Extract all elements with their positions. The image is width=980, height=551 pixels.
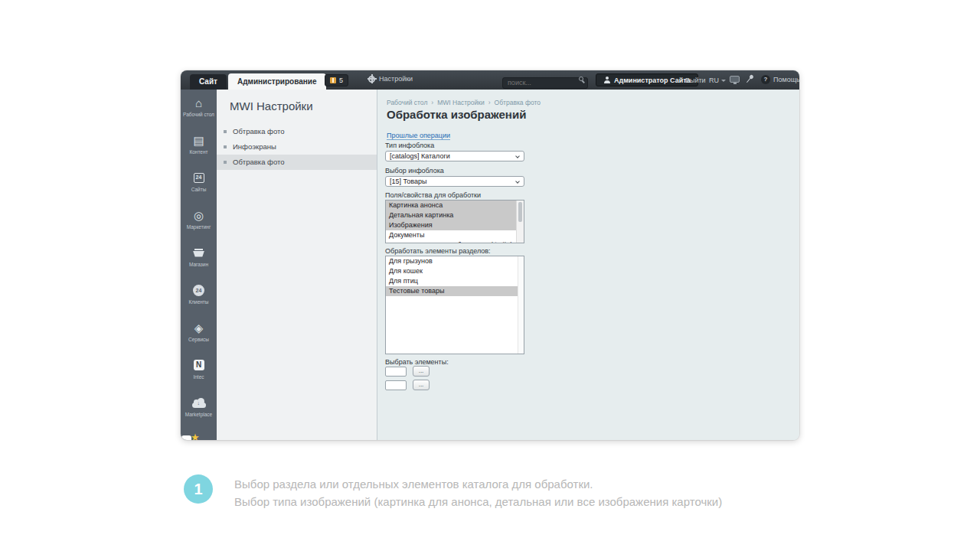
menu-item-label: Обтравка фото bbox=[233, 127, 285, 135]
elements-label: Выбрать элементы: bbox=[385, 358, 449, 366]
help-label: Помощь bbox=[773, 76, 799, 83]
bullet-icon bbox=[224, 145, 227, 148]
scrollbar[interactable] bbox=[516, 201, 524, 243]
sidebar-item-intec[interactable]: N Intec bbox=[181, 357, 217, 395]
menu-title: MWI Настройки bbox=[230, 99, 377, 112]
sidebar-item-services[interactable]: ◈ Сервисы bbox=[181, 320, 217, 357]
sidebar-item-label: Контент bbox=[189, 149, 207, 155]
scrollbar-track[interactable] bbox=[518, 256, 524, 354]
updates-count: 5 bbox=[339, 77, 343, 84]
intec-logo-icon: N bbox=[194, 360, 204, 370]
sidebar-item-label: Сервисы bbox=[188, 337, 209, 343]
tab-site[interactable]: Сайт bbox=[190, 74, 227, 90]
menu-item-crop-photo-1[interactable]: Обтравка фото bbox=[217, 124, 377, 139]
cloud-download-icon: ↓ bbox=[192, 403, 206, 408]
module-menu: MWI Настройки Обтравка фото Инфоэкраны О… bbox=[217, 90, 377, 440]
list-option[interactable]: Документы bbox=[386, 230, 516, 240]
browse-button-2[interactable]: ... bbox=[413, 380, 430, 390]
help-button[interactable]: Помощь bbox=[761, 75, 799, 84]
top-tabs: Сайт Администрирование bbox=[190, 73, 326, 90]
sidebar-item-desktop[interactable]: ⌂ Рабочий стол bbox=[181, 95, 217, 132]
sidebar-item-clients[interactable]: 24 Клиенты bbox=[181, 282, 217, 320]
support-24-icon: 24 bbox=[193, 285, 204, 296]
sections-listbox: Для грызунов Для кошек Для птиц Тестовые… bbox=[385, 256, 524, 354]
annotation-text: Выбор раздела или отдельных элементов ка… bbox=[234, 475, 755, 510]
basket-icon bbox=[193, 249, 204, 257]
bullet-icon bbox=[224, 130, 227, 133]
layers-icon: ◈ bbox=[194, 322, 204, 334]
sidebar-item-store[interactable]: Магазин bbox=[181, 245, 217, 282]
sidebar-item-label: Магазин bbox=[189, 262, 208, 268]
breadcrumb-separator-icon bbox=[431, 99, 433, 106]
gear-icon bbox=[368, 76, 375, 83]
logout-link[interactable]: Выйти bbox=[685, 77, 706, 84]
iblock-value: [15] Товары bbox=[390, 178, 426, 185]
list-option[interactable]: Изображения bbox=[386, 220, 516, 230]
list-option[interactable]: Для грызунов bbox=[386, 256, 524, 266]
list-option[interactable]: Для птиц bbox=[386, 276, 524, 286]
sidebar-item-label: Marketplace bbox=[185, 412, 212, 418]
annotation-line-1: Выбор раздела или отдельных элементов ка… bbox=[234, 475, 755, 493]
site-view-icon[interactable] bbox=[730, 76, 740, 83]
scrollbar-thumb[interactable] bbox=[518, 202, 522, 222]
sidebar-item-marketplace[interactable]: ↓ Marketplace bbox=[181, 395, 217, 432]
annotation-line-2: Выбор типа изображений (картинка для ано… bbox=[234, 493, 755, 510]
sidebar: ⌂ Рабочий стол ▤ Контент 24 Сайты ◎ Марк… bbox=[181, 90, 217, 440]
top-bar: Сайт Администрирование 5 Настройки Админ… bbox=[181, 70, 799, 90]
admin-screenshot: Сайт Администрирование 5 Настройки Админ… bbox=[181, 70, 799, 440]
breadcrumb-item[interactable]: MWI Настройки bbox=[437, 99, 485, 106]
past-operations-link[interactable]: Прошлые операции bbox=[387, 132, 450, 140]
breadcrumb: Рабочий столMWI НастройкиОбтравка фото bbox=[387, 99, 541, 106]
sidebar-item-label: Рабочий стол bbox=[183, 112, 214, 118]
chevron-down-icon bbox=[721, 80, 726, 82]
main-content: Рабочий столMWI НастройкиОбтравка фото О… bbox=[377, 90, 799, 440]
user-menu[interactable]: Администратор Сайта bbox=[596, 73, 698, 86]
iblock-type-select[interactable]: [catalogs] Каталоги bbox=[385, 151, 524, 161]
sidebar-item-label: Клиенты bbox=[188, 299, 208, 305]
search-box bbox=[502, 74, 588, 86]
document-icon: ▤ bbox=[193, 135, 204, 146]
tab-admin[interactable]: Администрирование bbox=[228, 73, 326, 90]
list-option[interactable]: Дополнительные Изображения (файл) bbox=[386, 240, 516, 243]
list-option[interactable]: Для кошек bbox=[386, 266, 524, 276]
settings-button[interactable]: Настройки bbox=[368, 75, 413, 83]
search-input[interactable] bbox=[502, 77, 588, 89]
chevron-down-icon bbox=[515, 179, 520, 184]
element-id-input-1[interactable] bbox=[385, 367, 407, 377]
bullet-icon bbox=[224, 161, 227, 164]
language-label: RU bbox=[709, 77, 719, 84]
menu-item-crop-photo-2[interactable]: Обтравка фото bbox=[217, 155, 377, 170]
iblock-type-value: [catalogs] Каталоги bbox=[390, 152, 450, 160]
annotation-number-badge: 1 bbox=[184, 474, 213, 504]
menu-item-infoscreens[interactable]: Инфоэкраны bbox=[217, 139, 377, 155]
props-listbox: Картинка анонса Детальная картинка Изобр… bbox=[385, 200, 524, 243]
favorites-star-icon[interactable]: ★ bbox=[191, 432, 200, 440]
element-picker-row: ... bbox=[385, 380, 430, 390]
sidebar-item-content[interactable]: ▤ Контент bbox=[181, 132, 217, 170]
sidebar-item-label: Сайты bbox=[191, 187, 207, 193]
browse-button-1[interactable]: ... bbox=[413, 366, 430, 377]
sidebar-item-label: Маркетинг bbox=[187, 224, 211, 230]
user-name: Администратор Сайта bbox=[614, 77, 691, 84]
breadcrumb-item[interactable]: Рабочий стол bbox=[387, 99, 427, 106]
sidebar-item-sites[interactable]: 24 Сайты bbox=[181, 170, 217, 207]
breadcrumb-item[interactable]: Обтравка фото bbox=[495, 99, 541, 106]
element-id-input-2[interactable] bbox=[385, 380, 407, 390]
favorite-star-icon[interactable]: ☆ bbox=[506, 109, 515, 121]
user-icon bbox=[603, 77, 610, 83]
list-option[interactable]: Детальная картинка bbox=[386, 210, 516, 220]
list-option[interactable]: Картинка анонса bbox=[386, 201, 516, 210]
iblock-type-label: Тип инфоблока bbox=[385, 142, 434, 149]
settings-label: Настройки bbox=[379, 75, 413, 83]
sections-label: Обработать элементы разделов: bbox=[385, 247, 491, 255]
sidebar-item-label: Intec bbox=[193, 374, 204, 380]
sidebar-item-marketing[interactable]: ◎ Маркетинг bbox=[181, 207, 217, 245]
list-option[interactable]: Тестовые товары bbox=[386, 286, 524, 296]
menu-item-label: Обтравка фото bbox=[233, 158, 285, 166]
updates-icon bbox=[330, 77, 336, 83]
iblock-select[interactable]: [15] Товары bbox=[385, 176, 524, 187]
language-switcher[interactable]: RU bbox=[709, 77, 726, 84]
updates-badge[interactable]: 5 bbox=[325, 74, 348, 86]
help-icon bbox=[761, 75, 770, 84]
pin-icon[interactable] bbox=[749, 74, 754, 80]
